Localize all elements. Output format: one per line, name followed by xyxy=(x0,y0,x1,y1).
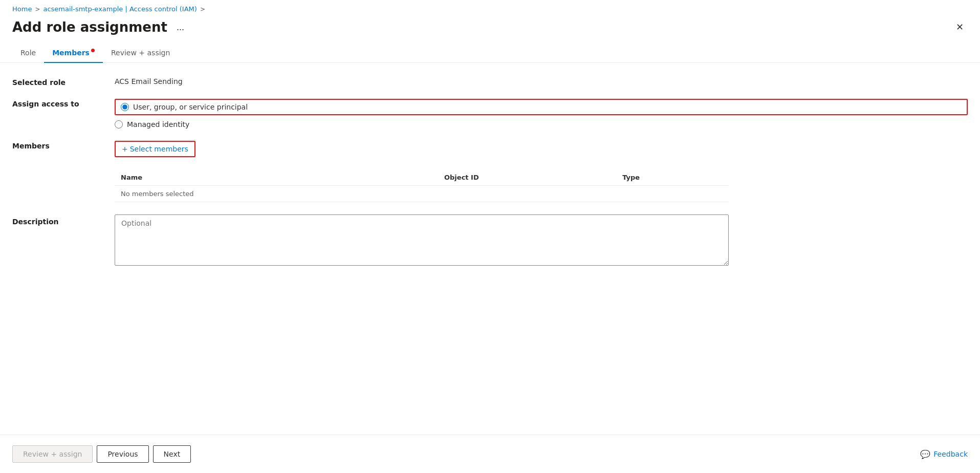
members-table-header-row: Name Object ID Type xyxy=(115,169,729,186)
radio-group: User, group, or service principal Manage… xyxy=(115,99,968,128)
members-label: Members xyxy=(12,141,115,150)
page-container: Home > acsemail-smtp-example | Access co… xyxy=(0,0,980,473)
managed-radio[interactable] xyxy=(115,120,123,128)
selected-role-value: ACS Email Sending xyxy=(115,77,968,85)
description-textarea[interactable] xyxy=(115,214,729,266)
assign-access-row: Assign access to User, group, or service… xyxy=(12,99,968,128)
footer-left: Review + assign Previous Next xyxy=(12,445,191,463)
tab-review-assign[interactable]: Review + assign xyxy=(103,44,178,63)
user-option-wrapper: User, group, or service principal xyxy=(115,99,968,115)
tab-review-assign-label: Review + assign xyxy=(111,49,170,57)
feedback-button[interactable]: 💬 Feedback xyxy=(920,449,968,459)
description-row: Description xyxy=(12,214,968,266)
tabs-bar: Role Members Review + assign xyxy=(0,44,980,63)
tab-members[interactable]: Members xyxy=(44,44,103,63)
members-value: + Select members xyxy=(115,141,968,157)
footer: Review + assign Previous Next 💬 Feedback xyxy=(0,435,980,473)
members-row: Members + Select members xyxy=(12,141,968,157)
selected-role-label: Selected role xyxy=(12,77,115,87)
col-type: Type xyxy=(616,169,729,186)
description-label: Description xyxy=(12,214,115,226)
col-object-id: Object ID xyxy=(438,169,616,186)
select-members-button[interactable]: + Select members xyxy=(115,141,195,157)
empty-row-cell-3 xyxy=(616,186,729,202)
breadcrumb-sep2: > xyxy=(200,6,205,13)
members-table-body: No members selected xyxy=(115,186,729,202)
breadcrumb-sep1: > xyxy=(35,6,40,13)
feedback-icon: 💬 xyxy=(920,449,930,459)
close-icon: ✕ xyxy=(956,22,964,33)
assign-access-label: Assign access to xyxy=(12,99,115,108)
select-members-plus-icon: + xyxy=(122,145,128,153)
close-button[interactable]: ✕ xyxy=(951,19,968,35)
select-members-text: Select members xyxy=(130,145,188,153)
managed-option[interactable]: Managed identity xyxy=(115,120,968,128)
tab-members-label: Members xyxy=(52,49,90,57)
previous-button[interactable]: Previous xyxy=(97,445,148,463)
empty-row-cell-2 xyxy=(438,186,616,202)
page-title-row: Add role assignment ... xyxy=(12,19,187,35)
ellipsis-button[interactable]: ... xyxy=(173,21,187,34)
user-radio[interactable] xyxy=(121,103,129,111)
empty-row-cell: No members selected xyxy=(115,186,438,202)
table-row-empty: No members selected xyxy=(115,186,729,202)
breadcrumb-resource[interactable]: acsemail-smtp-example | Access control (… xyxy=(43,5,197,13)
managed-option-label: Managed identity xyxy=(127,120,189,128)
review-assign-button: Review + assign xyxy=(12,445,93,463)
page-title: Add role assignment xyxy=(12,19,167,35)
assign-access-options: User, group, or service principal Manage… xyxy=(115,99,968,128)
breadcrumb-home[interactable]: Home xyxy=(12,5,32,13)
tab-role-label: Role xyxy=(20,49,36,57)
col-name: Name xyxy=(115,169,438,186)
feedback-label: Feedback xyxy=(933,450,968,458)
user-option[interactable]: User, group, or service principal xyxy=(121,103,248,111)
user-option-label: User, group, or service principal xyxy=(133,103,248,111)
members-table-header: Name Object ID Type xyxy=(115,169,729,186)
tab-members-dot xyxy=(91,49,95,52)
selected-role-row: Selected role ACS Email Sending xyxy=(12,77,968,87)
members-table: Name Object ID Type No members selected xyxy=(115,169,729,202)
breadcrumb: Home > acsemail-smtp-example | Access co… xyxy=(0,0,980,15)
next-button[interactable]: Next xyxy=(153,445,191,463)
tab-role[interactable]: Role xyxy=(12,44,44,63)
form-body: Selected role ACS Email Sending Assign a… xyxy=(0,77,980,435)
page-header: Add role assignment ... ✕ xyxy=(0,15,980,44)
